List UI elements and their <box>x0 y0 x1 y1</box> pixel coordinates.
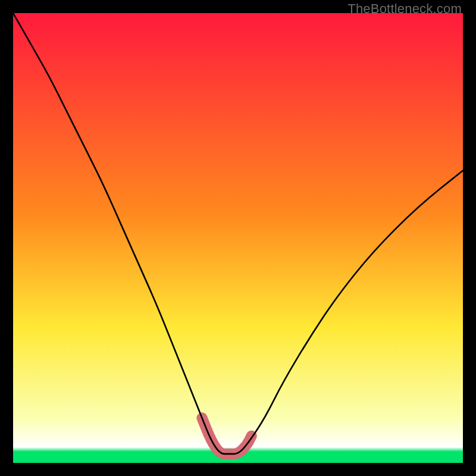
plot-area <box>13 13 463 463</box>
chart-frame: TheBottleneck.com <box>0 0 476 476</box>
bottleneck-curve <box>13 13 463 454</box>
curve-layer <box>13 13 463 463</box>
